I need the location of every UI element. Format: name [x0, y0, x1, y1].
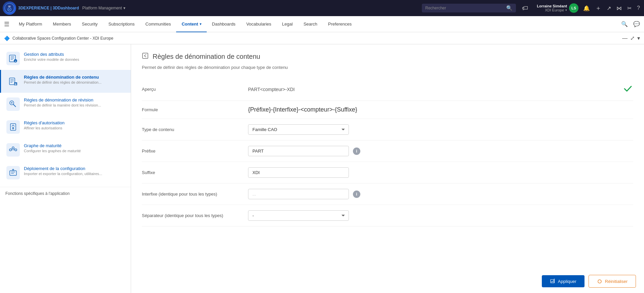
sidebar-desc-regles-denomination-revision: Permet de définir la manière dont les ré… [24, 103, 125, 107]
form-row-formule: Formule {Préfixe}-{Interfixe}-<compteur>… [142, 101, 633, 119]
nav-item-search[interactable]: Search [298, 16, 323, 32]
interfixe-input[interactable] [248, 189, 349, 199]
network-icon[interactable]: ⋈ [615, 4, 623, 13]
form-section: Aperçu PART<compteur>-XDI Formule {Préfi… [142, 78, 633, 226]
topbar-action-icons: 🔔 ＋ ↗ ⋈ ✂ ? [582, 3, 641, 13]
navbar: ☰ My Platform Members Security Subscript… [0, 16, 644, 32]
svg-point-23 [9, 149, 11, 151]
tools-icon[interactable]: ✂ [626, 4, 633, 13]
sidebar-text-regles-denomination-revision: Règles de dénomination de révision Perme… [24, 97, 125, 107]
hamburger-menu[interactable]: ☰ [4, 20, 9, 28]
sidebar-icon-regles-autorisation [6, 120, 20, 134]
nav-item-content[interactable]: Content ▾ [176, 16, 206, 32]
svg-line-34 [144, 56, 146, 57]
svg-rect-32 [143, 53, 148, 58]
search-input[interactable] [425, 6, 504, 10]
svg-text:+: + [15, 60, 16, 63]
apply-button[interactable]: Appliquer [542, 275, 585, 287]
sidebar-footer: Fonctions spécifiques à l'application [0, 187, 131, 200]
bell-icon[interactable]: 🔔 [582, 4, 591, 13]
form-row-separateur: Séparateur (identique pour tous les type… [142, 205, 633, 226]
prefixe-field-row: i [248, 146, 360, 156]
share-icon[interactable]: ↗ [605, 4, 612, 13]
suffixe-input[interactable] [248, 167, 349, 178]
back-button[interactable] [142, 52, 149, 61]
app-logo[interactable]: 3D [3, 1, 16, 15]
nav-item-members[interactable]: Members [47, 16, 76, 32]
svg-line-33 [144, 54, 146, 56]
sidebar-icon-graphe-maturite [6, 143, 20, 157]
svg-rect-29 [10, 171, 16, 175]
reset-icon [597, 279, 602, 284]
apply-icon [550, 279, 555, 284]
nav-item-communities[interactable]: Communities [140, 16, 176, 32]
form-row-prefixe: Préfixe i [142, 140, 633, 162]
breadcrumb-actions: — ⤢ ▾ [622, 35, 640, 41]
svg-text:3D: 3D [8, 5, 11, 7]
panel-subtitle: Permet de définir des règles de dénomina… [142, 65, 633, 70]
minimize-icon[interactable]: — [622, 35, 628, 41]
expand-icon[interactable]: ⤢ [630, 35, 635, 41]
type-contenu-field-row: Famille CAO Dessin Produit Document [248, 124, 349, 135]
topbar: 3D 3DEXPERIENCE | 3DDashboard Platform M… [0, 0, 644, 16]
interfixe-info-icon[interactable]: i [353, 191, 360, 198]
nav-item-vocabularies[interactable]: Vocabularies [241, 16, 277, 32]
nav-item-subscriptions[interactable]: Subscriptions [103, 16, 140, 32]
panel-header: Règles de dénomination de contenu [142, 52, 633, 61]
type-contenu-label: Type de contenu [142, 127, 243, 132]
user-info: Lorraine Siméant XDI Europe▾ [537, 4, 567, 12]
search-icon[interactable]: 🔍 [506, 5, 513, 11]
chevron-down-icon[interactable]: ▾ [637, 35, 640, 41]
sidebar-title-deploiement-configuration: Déploiement de la configuration [24, 166, 125, 171]
interfixe-label: Interfixe (identique pour tous les types… [142, 192, 243, 197]
nav-item-legal[interactable]: Legal [277, 16, 298, 32]
sidebar-item-gestion-attributs[interactable]: + Gestion des attributs Enrichir votre m… [0, 47, 131, 70]
breadcrumb-text: Collaborative Spaces Configuration Cente… [12, 36, 113, 41]
sidebar-title-graphe-maturite: Graphe de maturité [24, 143, 125, 148]
sidebar-item-graphe-maturite[interactable]: Graphe de maturité Configurer les graphe… [0, 138, 131, 161]
content-panel: Règles de dénomination de contenu Permet… [131, 44, 644, 293]
panel-footer: Appliquer Réinitialiser [542, 275, 636, 288]
svg-line-27 [11, 149, 12, 149]
svg-text:B: B [15, 83, 17, 86]
nav-search-icon[interactable]: 🔍 [621, 21, 628, 27]
platform-menu[interactable]: Platform Management ▾ [82, 6, 125, 10]
nav-item-dashboards[interactable]: Dashboards [207, 16, 241, 32]
sidebar-desc-regles-autorisation: Affiner les autorisations [24, 126, 125, 130]
search-bar: 🔍 [422, 4, 516, 12]
tag-icon-btn[interactable]: 🏷 [521, 3, 529, 13]
svg-line-17 [13, 104, 16, 107]
svg-line-28 [14, 149, 15, 149]
sidebar-item-deploiement-configuration[interactable]: Déploiement de la configuration Importer… [0, 161, 131, 184]
nav-chat-icon[interactable]: 💬 [633, 21, 640, 27]
sidebar-title-regles-denomination-revision: Règles de dénomination de révision [24, 97, 125, 102]
user-org[interactable]: XDI Europe▾ [545, 8, 567, 12]
nav-item-security[interactable]: Security [77, 16, 103, 32]
prefixe-label: Préfixe [142, 149, 243, 154]
prefixe-input[interactable] [248, 146, 349, 156]
sidebar-desc-deploiement-configuration: Importer et exporter la configuration, u… [24, 172, 125, 176]
sidebar-item-regles-denomination-contenu[interactable]: B Règles de dénomination de contenu Perm… [0, 70, 131, 93]
nav-item-my-platform[interactable]: My Platform [13, 16, 47, 32]
reset-button[interactable]: Réinitialiser [589, 275, 636, 288]
form-row-type-contenu: Type de contenu Famille CAO Dessin Produ… [142, 119, 633, 140]
sidebar-desc-regles-denomination-contenu: Permet de définir des règles de dénomina… [24, 80, 125, 84]
sidebar-text-deploiement-configuration: Déploiement de la configuration Importer… [24, 166, 125, 176]
sidebar-text-regles-autorisation: Règles d'autorisation Affiner les autori… [24, 120, 125, 130]
prefixe-info-icon[interactable]: i [353, 148, 360, 155]
sidebar-item-regles-denomination-revision[interactable]: Règles de dénomination de révision Perme… [0, 93, 131, 116]
apercu-value: PART<compteur>-XDI [248, 87, 617, 92]
sidebar-item-regles-autorisation[interactable]: Règles d'autorisation Affiner les autori… [0, 116, 131, 138]
nav-item-preferences[interactable]: Preferences [323, 16, 357, 32]
apercu-label: Aperçu [142, 87, 243, 92]
sidebar-title-regles-autorisation: Règles d'autorisation [24, 120, 125, 125]
avatar[interactable]: LS [569, 3, 578, 13]
add-icon[interactable]: ＋ [594, 3, 603, 13]
suffixe-label: Suffixe [142, 170, 243, 175]
separateur-select[interactable]: - _ . / [248, 210, 349, 221]
brand-label: 3DEXPERIENCE | 3DDashboard [18, 6, 79, 10]
sidebar-text-gestion-attributs: Gestion des attributs Enrichir votre mod… [24, 52, 125, 61]
type-contenu-select[interactable]: Famille CAO Dessin Produit Document [248, 124, 349, 135]
sidebar-desc-graphe-maturite: Configurer les graphes de maturité [24, 149, 125, 153]
help-icon[interactable]: ? [636, 4, 641, 12]
